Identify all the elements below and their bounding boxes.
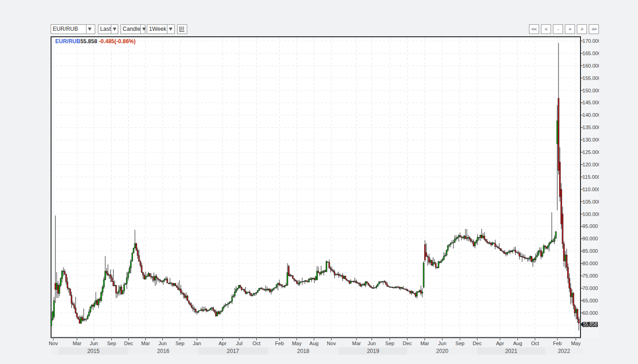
svg-text:Aug: Aug: [513, 341, 523, 346]
svg-text:160.000: 160.000: [582, 63, 601, 68]
svg-text:165.000: 165.000: [582, 51, 601, 56]
svg-text:Jan: Jan: [193, 341, 201, 346]
svg-text:130.000: 130.000: [582, 137, 601, 142]
svg-text:155.000: 155.000: [582, 75, 601, 81]
svg-text:2018: 2018: [297, 348, 310, 354]
svg-text:110.000: 110.000: [582, 187, 600, 192]
svg-text:75.000: 75.000: [582, 273, 598, 279]
svg-text:135.000: 135.000: [582, 125, 601, 130]
svg-text:Nov: Nov: [327, 341, 336, 346]
svg-text:150.000: 150.000: [582, 88, 601, 93]
svg-text:May: May: [571, 341, 581, 346]
svg-text:May: May: [292, 341, 302, 346]
svg-text:80.000: 80.000: [582, 261, 598, 266]
svg-text:90.000: 90.000: [582, 236, 598, 241]
svg-text:Oct: Oct: [531, 341, 539, 346]
svg-text:Sep: Sep: [385, 341, 395, 346]
svg-text:Sep: Sep: [455, 341, 465, 346]
svg-text:Jun: Jun: [90, 341, 98, 346]
svg-text:Oct: Oct: [253, 341, 260, 346]
svg-text:125.000: 125.000: [582, 149, 601, 155]
svg-text:115.000: 115.000: [582, 174, 600, 180]
svg-text:2022: 2022: [558, 348, 570, 354]
svg-text:140.000: 140.000: [582, 112, 601, 118]
svg-text:Mar: Mar: [141, 341, 150, 346]
svg-text:100.000: 100.000: [582, 211, 601, 217]
svg-text:Jun: Jun: [159, 341, 167, 346]
svg-text:2016: 2016: [157, 348, 169, 354]
svg-text:Dec: Dec: [473, 341, 482, 346]
svg-text:2019: 2019: [367, 348, 379, 354]
svg-text:60.000: 60.000: [582, 310, 598, 316]
svg-text:Sep: Sep: [175, 341, 184, 346]
svg-text:105.000: 105.000: [582, 199, 601, 205]
svg-text:85.000: 85.000: [582, 248, 598, 254]
svg-text:55.858: 55.858: [583, 322, 598, 327]
svg-text:Nov: Nov: [49, 341, 58, 346]
svg-text:Sep: Sep: [107, 341, 116, 346]
svg-text:EUR/RUB55.858 -0.485(-0.86%): EUR/RUB55.858 -0.485(-0.86%): [55, 38, 136, 45]
svg-text:Apr: Apr: [496, 341, 504, 346]
svg-text:120.000: 120.000: [582, 162, 601, 167]
svg-text:Apr: Apr: [218, 341, 226, 346]
svg-text:Jun: Jun: [438, 341, 447, 346]
svg-text:70.000: 70.000: [582, 285, 598, 291]
svg-text:2021: 2021: [505, 348, 517, 354]
svg-text:170.000: 170.000: [582, 38, 601, 44]
svg-text:Feb: Feb: [275, 341, 284, 346]
svg-text:Dec: Dec: [124, 341, 133, 346]
svg-text:Dec: Dec: [403, 341, 412, 346]
svg-text:145.000: 145.000: [582, 100, 601, 105]
svg-text:Mar: Mar: [352, 341, 361, 346]
svg-text:2015: 2015: [87, 348, 100, 354]
svg-text:Jul: Jul: [236, 341, 242, 346]
svg-text:2017: 2017: [227, 348, 239, 354]
svg-text:2020: 2020: [436, 348, 448, 354]
svg-text:Mar: Mar: [73, 341, 81, 346]
svg-text:Mar: Mar: [420, 341, 429, 346]
svg-text:65.000: 65.000: [582, 298, 598, 303]
svg-text:Jun: Jun: [368, 341, 376, 346]
svg-text:Feb: Feb: [553, 341, 562, 346]
svg-text:Aug: Aug: [310, 341, 319, 346]
svg-text:95.000: 95.000: [582, 223, 598, 229]
